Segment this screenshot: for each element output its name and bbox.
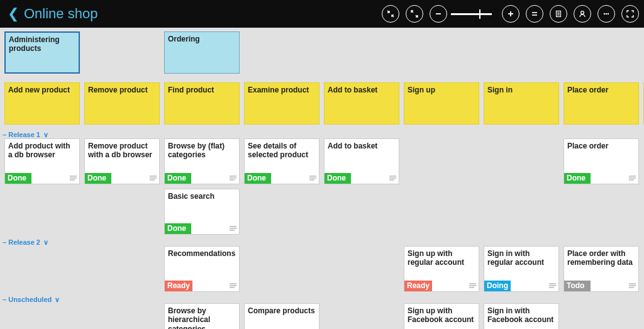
status-badge: Done: [564, 173, 591, 184]
chevron-down-icon: ∨: [43, 131, 48, 138]
story-card[interactable]: Browse by hierarchical categories: [164, 303, 240, 329]
release-toggle[interactable]: – Release 2 ∨: [3, 238, 48, 247]
description-icon: [469, 283, 476, 289]
description-icon: [629, 283, 636, 289]
description-icon: [309, 176, 316, 181]
story-title: Browse by (flat) categories: [168, 142, 225, 159]
back-icon[interactable]: ❮: [5, 7, 21, 21]
story-title: Sign up with regular account: [408, 249, 464, 267]
status-badge: Done: [165, 173, 191, 184]
story-card[interactable]: Remove product with a db browserDone: [84, 138, 160, 184]
story-map-board[interactable]: Administering productsAdd new productRem…: [0, 28, 644, 329]
story-title: Browse by hierarchical categories: [168, 306, 210, 329]
description-icon: [629, 176, 636, 181]
story-card[interactable]: Compare products: [244, 303, 319, 329]
story-card[interactable]: See details of selected productDone: [244, 138, 319, 184]
story-title: Compare products: [248, 306, 315, 315]
step-card[interactable]: Find product: [164, 82, 240, 125]
status-badge: Done: [85, 173, 111, 184]
status-badge: Doing: [484, 281, 511, 291]
step-card[interactable]: Add new product: [4, 82, 80, 125]
chevron-down-icon: ∨: [43, 238, 48, 246]
step-card[interactable]: Add to basket: [324, 82, 399, 125]
story-card[interactable]: Basic searchDone: [164, 189, 240, 235]
story-card[interactable]: Sign in with Facebook account: [484, 303, 559, 329]
activity-card[interactable]: Ordering: [164, 31, 240, 74]
status-badge: Ready: [165, 281, 192, 291]
svg-point-9: [581, 11, 584, 14]
story-title: Sign in with regular account: [487, 249, 544, 267]
description-icon: [70, 176, 77, 181]
status-badge: Done: [165, 223, 191, 234]
zoom-out-icon[interactable]: [430, 5, 447, 23]
activity-card[interactable]: Administering products: [4, 31, 80, 74]
story-card[interactable]: Place order with remembering dataTodo: [564, 246, 639, 292]
fullscreen-icon[interactable]: [621, 5, 639, 23]
description-icon: [230, 283, 236, 289]
step-card[interactable]: Examine product: [244, 82, 319, 125]
status-badge: Ready: [404, 281, 432, 291]
step-card[interactable]: Sign in: [484, 82, 559, 125]
step-card[interactable]: Sign up: [404, 82, 479, 125]
story-card[interactable]: Add product with a db browserDone: [4, 138, 80, 184]
status-badge: Done: [5, 173, 31, 184]
zoom-in-icon[interactable]: [502, 5, 519, 23]
story-title: Sign up with Facebook account: [408, 306, 474, 324]
story-title: Remove product with a db browser: [88, 142, 152, 159]
story-card[interactable]: Sign up with regular accountReady: [404, 246, 479, 292]
story-title: Place order: [567, 142, 608, 150]
status-badge: Done: [325, 173, 351, 184]
story-title: Add product with a db browser: [8, 142, 70, 159]
chevron-down-icon: ∨: [55, 296, 60, 303]
story-title: Add to basket: [328, 142, 377, 150]
svg-point-10: [604, 13, 605, 14]
page-title: Online shop: [24, 6, 97, 22]
svg-point-12: [608, 13, 609, 14]
description-icon: [150, 176, 157, 181]
story-title: Place order with remembering data: [567, 249, 633, 267]
description-icon: [389, 176, 396, 181]
step-card[interactable]: Place order: [564, 82, 639, 125]
step-card[interactable]: Remove product: [84, 82, 160, 125]
story-card[interactable]: Sign up with Facebook account: [404, 303, 479, 329]
expand-icon[interactable]: [406, 5, 423, 23]
zoom-fit-icon[interactable]: [526, 5, 543, 23]
story-title: Sign in with Facebook account: [487, 306, 553, 324]
description-icon: [230, 226, 236, 231]
story-title: Basic search: [168, 192, 214, 201]
topbar: ❮ Online shop: [0, 0, 644, 28]
story-card[interactable]: Sign in with regular accountDoing: [484, 246, 559, 292]
story-card[interactable]: Add to basketDone: [324, 138, 399, 184]
description-icon: [549, 283, 556, 289]
status-badge: Done: [245, 173, 271, 184]
clipboard-icon[interactable]: [550, 5, 567, 23]
status-badge: Todo: [564, 281, 591, 291]
user-icon[interactable]: [574, 5, 591, 23]
story-card[interactable]: RecommendationsReady: [164, 246, 240, 292]
story-title: See details of selected product: [248, 142, 308, 159]
description-icon: [230, 176, 236, 181]
svg-point-11: [606, 13, 607, 14]
more-icon[interactable]: [597, 5, 615, 23]
release-toggle[interactable]: – Unscheduled ∨: [3, 296, 60, 304]
collapse-icon[interactable]: [382, 5, 399, 23]
story-card[interactable]: Browse by (flat) categoriesDone: [164, 138, 240, 184]
zoom-slider[interactable]: [451, 13, 492, 15]
story-title: Recommendations: [168, 249, 235, 258]
story-card[interactable]: Place orderDone: [564, 138, 639, 184]
